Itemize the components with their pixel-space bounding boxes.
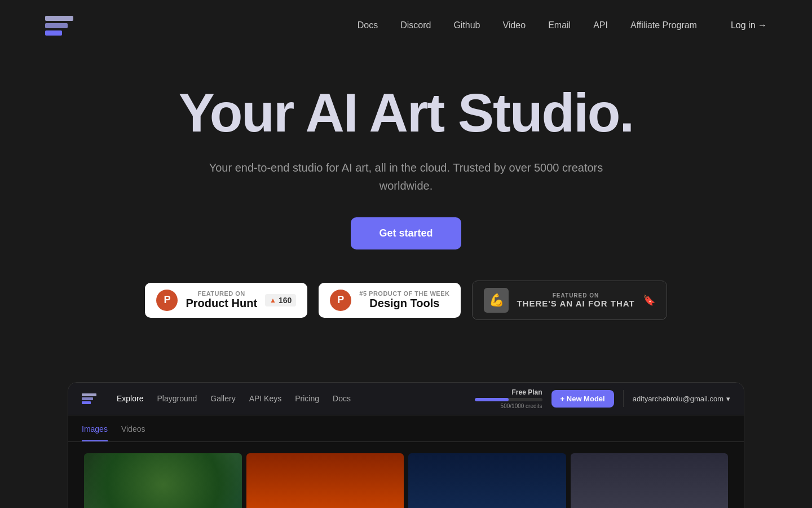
chevron-down-icon: ▾ xyxy=(726,395,730,403)
user-email[interactable]: adityarchebrolu@gmail.com ▾ xyxy=(633,395,730,403)
main-nav: Docs Discord Github Video Email API Affi… xyxy=(0,0,812,51)
hero-title: Your AI Art Studio. xyxy=(179,85,633,142)
logo-bar-3 xyxy=(45,30,62,36)
app-nav-playground[interactable]: Playground xyxy=(157,394,197,403)
product-hunt-label: FEATURED ON xyxy=(186,290,257,297)
app-preview-wrapper: Explore Playground Gallery API Keys Pric… xyxy=(0,382,812,508)
nav-email[interactable]: Email xyxy=(548,20,571,30)
design-tools-icon: P xyxy=(330,290,351,311)
design-tools-name: Design Tools xyxy=(359,297,449,310)
gallery-item-4[interactable] xyxy=(571,453,729,508)
app-nav-docs[interactable]: Docs xyxy=(333,394,351,403)
app-nav: Explore Playground Gallery API Keys Pric… xyxy=(68,383,744,415)
nav-links: Docs Discord Github Video Email API Affi… xyxy=(358,20,697,30)
nav-github[interactable]: Github xyxy=(453,20,480,30)
hero-subtitle: Your end-to-end studio for AI art, all i… xyxy=(209,159,603,195)
nav-video[interactable]: Video xyxy=(503,20,526,30)
product-hunt-badge[interactable]: P FEATURED ON Product Hunt ▲ 160 xyxy=(145,283,307,318)
free-plan-info: Free Plan 500/1000 credits xyxy=(475,388,542,409)
logo[interactable] xyxy=(45,16,73,36)
app-logo-bar-2 xyxy=(82,397,93,400)
app-tabs: Images Videos xyxy=(68,415,744,442)
gallery-item-2[interactable] xyxy=(246,453,404,508)
logo-bar-1 xyxy=(45,16,73,21)
nav-discord[interactable]: Discord xyxy=(400,20,431,30)
app-logo-bar-3 xyxy=(82,401,91,404)
nav-docs[interactable]: Docs xyxy=(358,20,378,30)
tab-images[interactable]: Images xyxy=(82,424,108,441)
logo-bar-2 xyxy=(45,23,68,28)
design-tools-label: #5 PRODUCT OF THE WEEK xyxy=(359,290,449,297)
gallery-item-1[interactable] xyxy=(84,453,242,508)
ai-for-that-icon: 💪 xyxy=(484,288,509,313)
gallery-image-1 xyxy=(84,453,242,508)
product-hunt-count: ▲ 160 xyxy=(265,294,296,306)
product-hunt-name: Product Hunt xyxy=(186,297,257,310)
gallery-image-4-bg xyxy=(571,453,729,508)
nav-divider xyxy=(623,390,624,407)
app-preview: Explore Playground Gallery API Keys Pric… xyxy=(68,382,744,508)
design-tools-badge[interactable]: P #5 PRODUCT OF THE WEEK Design Tools xyxy=(319,283,461,318)
app-content: Images Videos xyxy=(68,415,744,508)
badges-row: P FEATURED ON Product Hunt ▲ 160 P #5 PR… xyxy=(145,281,667,320)
app-logo xyxy=(82,393,96,404)
app-nav-pricing[interactable]: Pricing xyxy=(295,394,319,403)
ai-for-that-label: FEATURED ON xyxy=(517,292,634,299)
tab-videos[interactable]: Videos xyxy=(121,424,145,441)
gallery-image-1-tree xyxy=(84,453,242,508)
get-started-button[interactable]: Get started xyxy=(351,217,461,249)
app-nav-api-keys[interactable]: API Keys xyxy=(249,394,282,403)
nav-affiliate[interactable]: Affiliate Program xyxy=(630,20,697,30)
ai-for-that-name: THERE'S AN AI FOR THAT xyxy=(517,299,634,308)
free-plan-label: Free Plan xyxy=(512,388,542,396)
credits-progress-fill xyxy=(475,398,509,401)
app-nav-explore[interactable]: Explore xyxy=(117,394,143,403)
ai-for-that-info: FEATURED ON THERE'S AN AI FOR THAT xyxy=(517,292,634,308)
upvote-count: 160 xyxy=(279,296,292,305)
design-tools-info: #5 PRODUCT OF THE WEEK Design Tools xyxy=(359,290,449,310)
gallery-image-3 xyxy=(408,453,566,508)
product-hunt-icon: P xyxy=(156,290,178,311)
login-button[interactable]: Log in → xyxy=(731,20,767,30)
app-logo-bar-1 xyxy=(82,393,96,396)
gallery-item-3[interactable] xyxy=(408,453,566,508)
user-email-text: adityarchebrolu@gmail.com xyxy=(633,395,723,403)
new-model-button[interactable]: + New Model xyxy=(551,390,614,408)
gallery-image-3-sky xyxy=(408,453,566,508)
bookmark-icon: 🔖 xyxy=(643,294,655,306)
nav-api[interactable]: API xyxy=(593,20,608,30)
ai-for-that-badge[interactable]: 💪 FEATURED ON THERE'S AN AI FOR THAT 🔖 xyxy=(472,281,667,320)
gallery-image-2 xyxy=(246,453,404,508)
app-nav-links: Explore Playground Gallery API Keys Pric… xyxy=(117,393,351,404)
app-nav-right: Free Plan 500/1000 credits + New Model a… xyxy=(475,388,730,409)
gallery-image-4 xyxy=(571,453,729,508)
credits-label: 500/1000 credits xyxy=(501,403,542,409)
credits-progress-bar xyxy=(475,398,542,401)
product-hunt-info: FEATURED ON Product Hunt xyxy=(186,290,257,310)
upvote-arrow: ▲ xyxy=(270,296,276,304)
hero-section: Your AI Art Studio. Your end-to-end stud… xyxy=(0,51,812,382)
gallery-image-2-sky xyxy=(246,453,404,508)
gallery-grid xyxy=(68,442,744,508)
app-nav-gallery[interactable]: Gallery xyxy=(210,394,235,403)
